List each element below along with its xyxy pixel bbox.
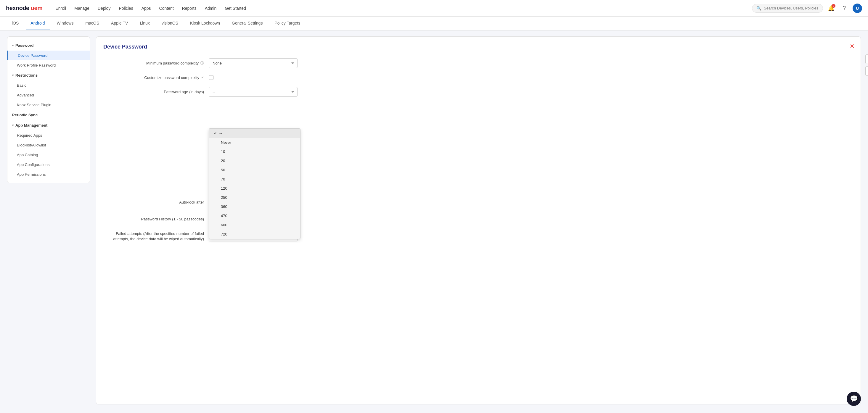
chat-fab-button[interactable]: 💬 <box>847 392 861 406</box>
help-side-button[interactable]: ? <box>865 55 868 64</box>
sidebar-section-app-management[interactable]: ▾ App Management <box>7 120 90 130</box>
sidebar-item-blocklist-allowlist[interactable]: Blocklist/Allowlist <box>7 140 90 150</box>
sidebar-item-knox-service-plugin[interactable]: Knox Service Plugin <box>7 100 90 110</box>
notification-badge: 8 <box>832 4 835 8</box>
sidebar-section-restrictions-label: Restrictions <box>16 73 38 77</box>
sidebar-section-periodic-sync[interactable]: Periodic Sync <box>7 110 90 120</box>
dropdown-item-10[interactable]: 10 <box>209 147 300 156</box>
nav-admin[interactable]: Admin <box>201 4 220 13</box>
dropdown-item-720[interactable]: 720 <box>209 230 300 239</box>
sidebar-section-password-label: Password <box>16 43 33 47</box>
dropdown-item-70[interactable]: 70 <box>209 174 300 184</box>
help-icon-btn[interactable]: ? <box>840 4 849 13</box>
sidebar-item-advanced[interactable]: Advanced <box>7 90 90 100</box>
tab-policy-targets[interactable]: Policy Targets <box>270 17 305 30</box>
dropdown-item-600[interactable]: 600 <box>209 220 300 230</box>
form-row-min-complexity: Minimum password complexity ⓘ None Low M… <box>103 58 854 68</box>
logo-text: hexnode uem <box>6 5 42 11</box>
chat-icon: 💬 <box>850 395 858 403</box>
auto-lock-label: Auto-lock after <box>103 200 204 204</box>
dropdown-item-120[interactable]: 120 <box>209 184 300 193</box>
sidebar-section-restrictions[interactable]: ▾ Restrictions <box>7 70 90 81</box>
sidebar-item-required-apps[interactable]: Required Apps <box>7 130 90 140</box>
customize-complexity-control <box>209 75 298 80</box>
failed-attempts-label: Failed attempts (After the specified num… <box>103 231 204 242</box>
checkbox-wrap-customize <box>209 75 298 80</box>
sub-tabs: iOS Android Windows macOS Apple TV Linux… <box>0 17 868 30</box>
password-history-label: Password History (1 - 50 passcodes) <box>103 217 204 221</box>
sidebar-item-basic[interactable]: Basic <box>7 81 90 90</box>
chevron-down-icon-restrictions: ▾ <box>12 74 13 77</box>
min-complexity-select[interactable]: None Low Medium High <box>209 58 298 68</box>
nav-policies[interactable]: Policies <box>115 4 136 13</box>
avatar-initial: U <box>856 6 859 11</box>
tab-macos[interactable]: macOS <box>81 17 104 30</box>
tab-android[interactable]: Android <box>26 17 50 30</box>
nav-apps[interactable]: Apps <box>138 4 155 13</box>
sidebar: ▾ Password Device Password Work Profile … <box>7 36 90 183</box>
dropdown-item-470[interactable]: 470 <box>209 211 300 220</box>
min-complexity-control: None Low Medium High <box>209 58 298 68</box>
question-icon: ? <box>843 5 846 11</box>
panel-title: Device Password <box>103 44 854 50</box>
tab-linux[interactable]: Linux <box>135 17 154 30</box>
search-input[interactable] <box>764 6 818 10</box>
dropdown-item-20[interactable]: 20 <box>209 156 300 165</box>
password-age-label: Password age (in days) <box>103 90 204 94</box>
dropdown-item-never[interactable]: Never <box>209 138 300 147</box>
dropdown-item-dashes[interactable]: ✓ -- <box>209 129 300 138</box>
password-age-dropdown: ✓ -- Never 10 20 50 70 <box>209 128 301 239</box>
sidebar-section-app-management-label: App Management <box>16 123 48 128</box>
sidebar-item-device-password[interactable]: Device Password <box>7 51 90 60</box>
run-side-button[interactable]: ▷ <box>865 66 868 76</box>
nav-links: Enroll Manage Deploy Policies Apps Conte… <box>52 4 752 13</box>
search-icon: 🔍 <box>756 6 762 11</box>
nav-deploy[interactable]: Deploy <box>94 4 114 13</box>
min-complexity-label: Minimum password complexity ⓘ <box>103 61 204 66</box>
tab-visionos[interactable]: visionOS <box>157 17 183 30</box>
customize-complexity-label: Customize password complexity ✓ <box>103 75 204 80</box>
sidebar-section-password[interactable]: ▾ Password <box>7 40 90 51</box>
avatar[interactable]: U <box>852 4 862 13</box>
chevron-down-icon: ▾ <box>12 44 13 47</box>
dropdown-item-360[interactable]: 360 <box>209 202 300 211</box>
nav-right: 🔍 🔔 8 ? U <box>752 4 862 13</box>
main-panel: Device Password ✕ Minimum password compl… <box>96 36 861 405</box>
top-nav: hexnode uem Enroll Manage Deploy Policie… <box>0 0 868 17</box>
side-actions: ? ▷ <box>865 55 868 76</box>
password-age-select[interactable]: -- <box>209 87 298 97</box>
sidebar-item-app-configurations[interactable]: App Configurations <box>7 160 90 169</box>
nav-get-started[interactable]: Get Started <box>221 4 250 13</box>
search-box: 🔍 <box>752 4 823 13</box>
info-icon-complexity[interactable]: ⓘ <box>200 61 204 66</box>
checkmark-icon: ✓ <box>214 131 217 135</box>
tab-kiosk[interactable]: Kiosk Lockdown <box>185 17 225 30</box>
sidebar-item-work-profile-password[interactable]: Work Profile Password <box>7 60 90 70</box>
sidebar-item-app-catalog[interactable]: App Catalog <box>7 150 90 160</box>
close-button[interactable]: ✕ <box>850 42 855 50</box>
dropdown-item-50[interactable]: 50 <box>209 165 300 174</box>
chevron-down-icon-app-mgmt: ▾ <box>12 124 13 127</box>
dropdown-item-250[interactable]: 250 <box>209 193 300 202</box>
content-area: ▾ Password Device Password Work Profile … <box>0 30 868 410</box>
tab-windows[interactable]: Windows <box>52 17 79 30</box>
sidebar-item-app-permissions[interactable]: App Permissions <box>7 169 90 179</box>
customize-complexity-checkbox[interactable] <box>209 75 213 80</box>
tab-appletv[interactable]: Apple TV <box>106 17 133 30</box>
sidebar-periodic-sync-label: Periodic Sync <box>12 113 38 117</box>
tab-ios[interactable]: iOS <box>7 17 23 30</box>
form-row-customize-complexity: Customize password complexity ✓ <box>103 75 854 80</box>
nav-manage[interactable]: Manage <box>71 4 93 13</box>
nav-content[interactable]: Content <box>156 4 177 13</box>
password-age-control: -- <box>209 87 298 97</box>
notification-icon-btn[interactable]: 🔔 8 <box>827 4 836 13</box>
form-row-password-age: Password age (in days) -- <box>103 87 854 97</box>
nav-enroll[interactable]: Enroll <box>52 4 69 13</box>
nav-reports[interactable]: Reports <box>179 4 200 13</box>
check-icon-customize: ✓ <box>201 75 204 80</box>
logo: hexnode uem <box>6 5 42 11</box>
tab-general-settings[interactable]: General Settings <box>227 17 267 30</box>
